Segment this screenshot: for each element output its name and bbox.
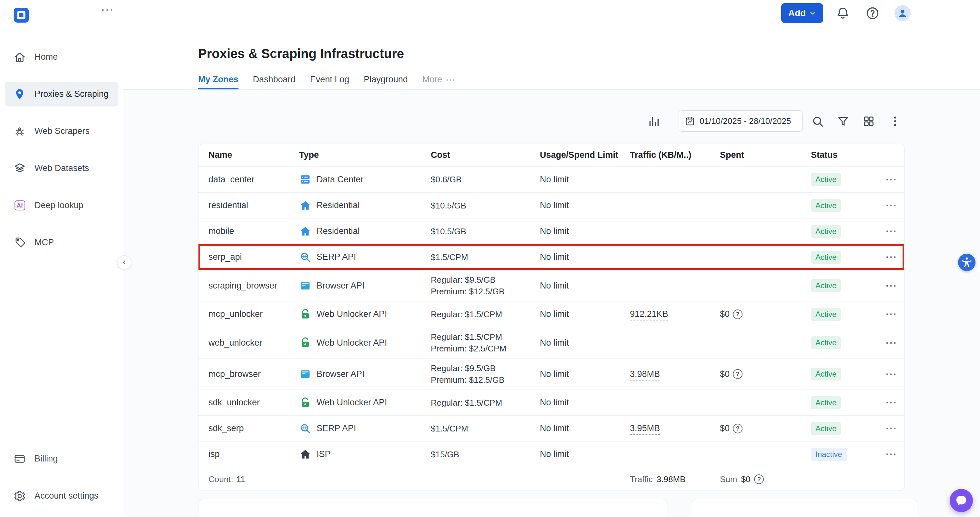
zone-spent-value: $0 <box>720 309 730 319</box>
tab-label: More <box>422 74 442 85</box>
table-row[interactable]: mcp_unlocker Web Unlocker API Regular: $… <box>199 301 904 327</box>
zone-limit: No limit <box>540 200 630 210</box>
house-icon <box>299 225 312 237</box>
isp-house-icon <box>299 448 312 461</box>
zone-name: sdk_serp <box>208 423 299 433</box>
sidebar-item-mcp[interactable]: MCP <box>5 230 118 255</box>
zone-traffic-value[interactable]: 3.95MB <box>630 423 660 435</box>
zone-limit: No limit <box>540 423 630 433</box>
zone-cost: Regular: $1.5/CPM <box>431 309 540 320</box>
sidebar-item-label: Deep lookup <box>35 200 84 210</box>
table-row[interactable]: isp ISP $15/GB No limit ? Inactive ⋯ <box>199 441 904 467</box>
user-avatar[interactable] <box>894 5 911 21</box>
sidebar-item-billing[interactable]: Billing <box>5 446 118 471</box>
row-menu-icon[interactable]: ⋯ <box>885 367 897 380</box>
filter-icon[interactable] <box>836 114 850 129</box>
add-button[interactable]: Add <box>781 3 823 23</box>
status-badge: Inactive <box>811 448 847 461</box>
sidebar-item-home[interactable]: Home <box>5 45 118 69</box>
table-row[interactable]: mobile Residential $10.5/GB No limit ? A… <box>199 218 904 244</box>
tab-label: Playground <box>364 74 408 85</box>
zone-traffic-value[interactable]: 912.21KB <box>630 309 668 320</box>
tab-event-log[interactable]: Event Log <box>310 74 350 89</box>
ai-icon: AI <box>13 199 26 212</box>
sidebar-item-web-scrapers[interactable]: Web Scrapers <box>5 119 118 144</box>
more-dots-icon: ⋯ <box>445 76 456 83</box>
tab-label: My Zones <box>198 74 239 85</box>
tab-label: Dashboard <box>253 74 296 85</box>
sidebar-collapse-button[interactable]: ‹ <box>117 255 131 269</box>
tab-my-zones[interactable]: My Zones <box>198 74 239 89</box>
row-menu-icon[interactable]: ⋯ <box>885 173 897 186</box>
sidebar-item-web-datasets[interactable]: Web Datasets <box>5 156 118 181</box>
zone-cost: Regular: $1.5/CPM <box>431 397 540 409</box>
tab-dashboard[interactable]: Dashboard <box>253 74 296 89</box>
location-pin-icon <box>13 88 26 101</box>
row-menu-icon[interactable]: ⋯ <box>885 250 897 263</box>
row-menu-icon[interactable]: ⋯ <box>885 447 897 461</box>
sidebar-item-deep-lookup[interactable]: AI Deep lookup <box>5 193 118 218</box>
tag-icon <box>13 236 26 249</box>
sidebar-item-label: Proxies & Scraping <box>35 89 109 99</box>
sidebar-item-label: Billing <box>35 454 58 464</box>
zone-name: data_center <box>208 175 299 185</box>
zone-name: web_unlocker <box>208 338 299 348</box>
person-icon <box>897 8 908 19</box>
chat-button[interactable] <box>950 489 973 512</box>
kebab-menu-icon[interactable] <box>888 114 902 129</box>
zone-limit: No limit <box>540 175 630 185</box>
tab-more[interactable]: More ⋯ <box>422 74 456 89</box>
datacenter-icon <box>299 173 312 186</box>
status-badge: Active <box>811 225 841 238</box>
column-header: Type <box>299 150 431 160</box>
sidebar-item-proxies-scraping[interactable]: Proxies & Scraping <box>5 82 118 107</box>
table-row[interactable]: serp_api SERP API $1.5/CPM No limit ? Ac… <box>199 244 904 270</box>
notifications-bell-icon[interactable] <box>836 6 850 20</box>
spider-icon <box>13 125 26 138</box>
date-range-value: 01/10/2025 - 28/10/2025 <box>700 116 791 126</box>
zone-type-label: Browser API <box>317 281 364 291</box>
browser-icon <box>299 280 312 292</box>
date-range-picker[interactable]: 01/10/2025 - 28/10/2025 <box>679 110 802 132</box>
app-logo[interactable] <box>14 8 29 22</box>
tab-playground[interactable]: Playground <box>364 74 408 89</box>
row-menu-icon[interactable]: ⋯ <box>885 307 897 320</box>
row-menu-icon[interactable]: ⋯ <box>885 336 897 349</box>
zone-name: mcp_unlocker <box>208 309 299 319</box>
accessibility-button[interactable] <box>958 254 975 271</box>
table-row[interactable]: sdk_unlocker Web Unlocker API Regular: $… <box>199 390 904 415</box>
layers-icon <box>13 162 26 175</box>
status-badge: Active <box>811 422 841 435</box>
row-menu-icon[interactable]: ⋯ <box>885 422 897 435</box>
help-circle-icon[interactable]: ? <box>733 424 743 433</box>
zone-type-label: ISP <box>317 449 331 459</box>
zone-type-label: Residential <box>317 226 360 236</box>
unlock-icon <box>299 337 312 349</box>
sidebar-item-account-settings[interactable]: Account settings <box>5 484 118 508</box>
row-menu-icon[interactable]: ⋯ <box>885 396 897 409</box>
zones-table-body: data_center Data Center $0.6/GB No limit… <box>199 167 904 467</box>
row-menu-icon[interactable]: ⋯ <box>885 279 897 292</box>
sidebar-menu-ellipsis-icon[interactable]: ⋯ <box>101 2 114 17</box>
row-menu-icon[interactable]: ⋯ <box>885 224 897 237</box>
search-icon[interactable] <box>811 114 825 129</box>
sidebar-item-label: MCP <box>35 237 54 248</box>
table-row[interactable]: scraping_browser Browser API Regular: $9… <box>199 270 904 301</box>
table-row[interactable]: residential Residential $10.5/GB No limi… <box>199 192 904 218</box>
zone-type-label: SERP API <box>317 423 356 433</box>
bar-chart-icon[interactable] <box>647 114 661 129</box>
sidebar-item-label: Web Scrapers <box>35 126 90 136</box>
table-row[interactable]: data_center Data Center $0.6/GB No limit… <box>199 167 904 192</box>
table-row[interactable]: web_unlocker Web Unlocker API Regular: $… <box>199 327 904 358</box>
help-circle-icon[interactable]: ? <box>733 369 743 379</box>
help-icon[interactable] <box>865 6 880 20</box>
help-circle-icon[interactable]: ? <box>733 310 743 319</box>
grid-view-icon[interactable] <box>862 114 876 129</box>
zone-traffic-value[interactable]: 3.98MB <box>630 369 660 380</box>
table-row[interactable]: sdk_serp SERP API $1.5/CPM No limit 3.95… <box>199 415 904 441</box>
zone-limit: No limit <box>540 309 630 319</box>
unlock-icon <box>299 397 312 409</box>
row-menu-icon[interactable]: ⋯ <box>885 199 897 212</box>
table-row[interactable]: mcp_browser Browser API Regular: $9.5/GB… <box>199 358 904 390</box>
help-circle-icon[interactable]: ? <box>754 474 764 484</box>
